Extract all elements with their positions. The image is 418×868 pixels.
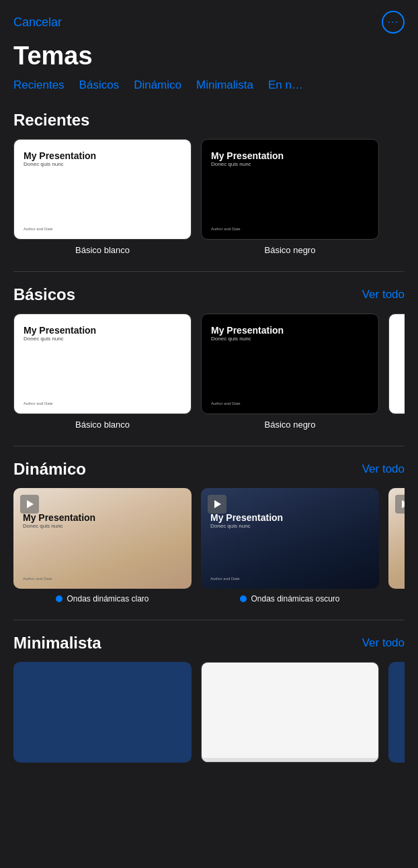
ondas-claro-label-container: Ondas dinámicas claro <box>56 594 149 604</box>
theme-card-basico-negro[interactable]: My Presentation Donec quis nunc Author a… <box>201 314 379 430</box>
dinamico-section-header: Dinámico Ver todo <box>13 460 405 479</box>
thumb-author: Author and Date <box>211 401 241 405</box>
theme-thumbnail-dynamic-dark: My Presentation Donec quis nunc Author a… <box>201 488 379 589</box>
thumb-title: My Presentation <box>24 150 191 161</box>
theme-label-ondas-oscuro: Ondas dinámicas oscuro <box>251 594 339 604</box>
theme-label-basico-negro: Básico negro <box>265 420 316 430</box>
theme-thumbnail-partial-minimalista <box>388 662 405 763</box>
theme-thumbnail-partial-dinamico <box>388 488 405 589</box>
tab-recientes[interactable]: Recientes <box>13 79 65 95</box>
thumb-title: My Presentation <box>211 150 378 161</box>
basicos-section-header: Básicos Ver todo <box>13 285 405 304</box>
divider-basicos <box>13 446 405 446</box>
tab-basicos[interactable]: Básicos <box>79 79 120 95</box>
thumb-subtitle: Donec quis nunc <box>210 523 379 529</box>
cancel-button[interactable]: Cancelar <box>13 15 62 30</box>
play-icon-partial <box>395 495 405 514</box>
tab-dinamico[interactable]: Dinámico <box>134 79 181 95</box>
recientes-theme-row: My Presentation Donec quis nunc Author a… <box>13 139 405 255</box>
recientes-title: Recientes <box>13 111 89 130</box>
minimalista-theme-row <box>13 662 405 768</box>
header: Cancelar ··· <box>0 0 418 39</box>
theme-card-minimal-blue[interactable] <box>13 662 192 768</box>
thumb-subtitle: Donec quis nunc <box>211 161 378 167</box>
basicos-theme-row: My Presentation Donec quis nunc Author a… <box>13 314 405 430</box>
theme-thumbnail-black-reciente: My Presentation Donec quis nunc Author a… <box>201 139 379 240</box>
tab-navigation: Recientes Básicos Dinámico Minimalista E… <box>0 79 418 95</box>
theme-card-partial-dinamico[interactable] <box>388 488 405 604</box>
theme-thumbnail-white-basicos: My Presentation Donec quis nunc Author a… <box>13 314 192 414</box>
more-dots-icon: ··· <box>388 17 399 28</box>
theme-thumbnail-black-basicos: My Presentation Donec quis nunc Author a… <box>201 314 379 414</box>
theme-label-basico-blanco: Básico blanco <box>75 420 130 430</box>
theme-card-basico-blanco[interactable]: My Presentation Donec quis nunc Author a… <box>13 314 192 430</box>
play-icon <box>20 495 39 514</box>
thumb-subtitle: Donec quis nunc <box>211 336 378 342</box>
more-options-button[interactable]: ··· <box>382 11 405 34</box>
thumb-author: Author and Date <box>24 401 53 405</box>
thumb-author: Author and Date <box>210 577 240 581</box>
dinamico-section: Dinámico Ver todo My Presentation Donec … <box>0 460 418 617</box>
play-icon-dark <box>208 495 226 514</box>
theme-card-partial-basicos[interactable] <box>388 314 405 430</box>
theme-card-basico-negro-reciente[interactable]: My Presentation Donec quis nunc Author a… <box>201 139 379 255</box>
thumb-title: My Presentation <box>23 512 192 523</box>
play-triangle-partial-icon <box>402 500 405 508</box>
theme-card-ondas-claro[interactable]: My Presentation Donec quis nunc Author a… <box>13 488 192 604</box>
dinamico-see-all[interactable]: Ver todo <box>362 463 405 476</box>
play-triangle-dark-icon <box>214 500 221 508</box>
theme-card-partial-minimalista[interactable] <box>388 662 405 768</box>
thumb-author: Author and Date <box>211 227 241 231</box>
recientes-section-header: Recientes <box>13 111 405 130</box>
dot-icon-oscuro <box>240 595 247 602</box>
recientes-section: Recientes My Presentation Donec quis nun… <box>0 111 418 269</box>
dot-icon-claro <box>56 595 62 602</box>
minimalista-section-header: Minimalista Ver todo <box>13 634 405 653</box>
basicos-section: Básicos Ver todo My Presentation Donec q… <box>0 285 418 443</box>
theme-label-ondas-claro: Ondas dinámicas claro <box>67 594 149 604</box>
tab-minimalista[interactable]: Minimalista <box>196 79 253 95</box>
theme-thumbnail-minimal-blue <box>13 662 192 763</box>
theme-label-basico-blanco-reciente: Básico blanco <box>75 245 130 255</box>
dinamico-theme-row: My Presentation Donec quis nunc Author a… <box>13 488 405 604</box>
theme-thumbnail-minimal-white <box>201 662 379 763</box>
thumb-subtitle: Donec quis nunc <box>24 336 191 342</box>
dinamico-title: Dinámico <box>13 460 86 479</box>
thumb-title: My Presentation <box>24 325 191 336</box>
tab-enn[interactable]: En n… <box>268 79 303 95</box>
theme-card-basico-blanco-reciente[interactable]: My Presentation Donec quis nunc Author a… <box>13 139 192 255</box>
minimalista-title: Minimalista <box>13 634 101 653</box>
thumb-author: Author and Date <box>24 227 53 231</box>
ondas-oscuro-label-container: Ondas dinámicas oscuro <box>240 594 339 604</box>
thumb-title: My Presentation <box>211 325 378 336</box>
thumb-author: Author and Date <box>23 577 52 581</box>
theme-label-basico-negro-reciente: Básico negro <box>265 245 316 255</box>
thumb-subtitle: Donec quis nunc <box>24 161 191 167</box>
theme-card-ondas-oscuro[interactable]: My Presentation Donec quis nunc Author a… <box>201 488 379 604</box>
basicos-see-all[interactable]: Ver todo <box>362 288 405 301</box>
minimalista-see-all[interactable]: Ver todo <box>362 636 405 650</box>
theme-thumbnail-white-reciente: My Presentation Donec quis nunc Author a… <box>13 139 192 240</box>
divider-dinamico <box>13 620 405 620</box>
theme-thumbnail-dynamic-light: My Presentation Donec quis nunc Author a… <box>13 488 192 589</box>
thumb-title: My Presentation <box>210 512 379 523</box>
basicos-title: Básicos <box>13 285 75 304</box>
theme-card-minimal-white[interactable] <box>201 662 379 768</box>
page-title: Temas <box>0 39 418 79</box>
thumb-subtitle: Donec quis nunc <box>23 523 192 529</box>
theme-thumbnail-partial <box>388 314 405 414</box>
divider-recientes <box>13 271 405 272</box>
play-triangle-icon <box>27 500 34 508</box>
minimalista-section: Minimalista Ver todo <box>0 634 418 781</box>
